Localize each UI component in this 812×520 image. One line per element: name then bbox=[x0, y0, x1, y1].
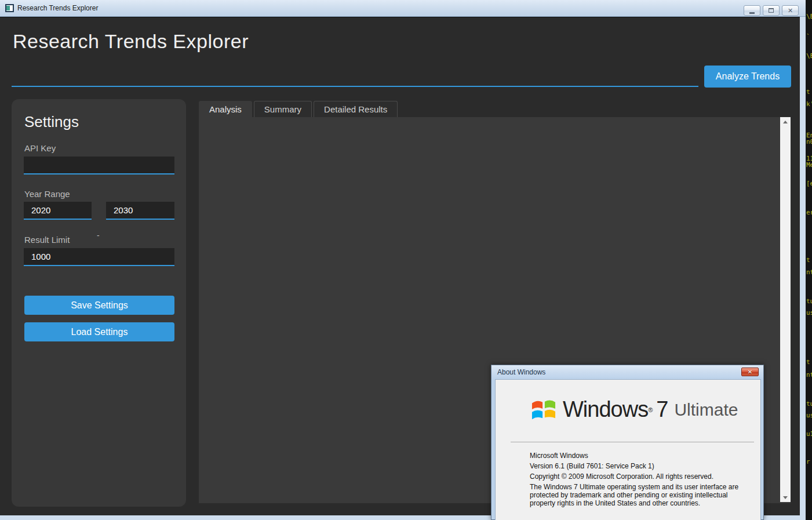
year-range-separator: - bbox=[97, 231, 100, 240]
console-text-fragment: Me bbox=[806, 161, 812, 169]
windows-flag-icon bbox=[530, 398, 557, 422]
dialog-title: About Windows bbox=[497, 368, 545, 376]
save-settings-button[interactable]: Save Settings bbox=[24, 296, 174, 315]
analyze-trends-button[interactable]: Analyze Trends bbox=[704, 66, 791, 88]
close-button[interactable]: ✕ bbox=[782, 5, 799, 16]
year-range-label: Year Range bbox=[24, 189, 70, 199]
minimize-button[interactable] bbox=[744, 5, 760, 16]
close-icon: ✕ bbox=[788, 8, 793, 14]
dialog-divider bbox=[511, 442, 754, 442]
year-from-input[interactable] bbox=[24, 202, 92, 220]
console-text-fragment: \E bbox=[806, 13, 812, 20]
console-text-fragment: t bbox=[806, 358, 810, 366]
background-terminal-window: \E`\Etk'Enn011Me[eertnttuustnttuusu1r bbox=[806, 0, 812, 520]
scroll-down-button[interactable] bbox=[780, 493, 791, 502]
app-icon bbox=[5, 4, 14, 12]
result-limit-input[interactable] bbox=[24, 248, 174, 266]
console-text-fragment: n0 bbox=[806, 138, 812, 146]
window-title: Research Trends Explorer bbox=[17, 4, 98, 12]
about-windows-dialog: About Windows ✕ Windows® 7 Ultimate Micr… bbox=[491, 365, 764, 520]
tab-analysis[interactable]: Analysis bbox=[199, 101, 252, 117]
console-text-fragment: t bbox=[806, 256, 810, 264]
scroll-up-button[interactable] bbox=[780, 117, 791, 126]
console-text-fragment: ` bbox=[806, 33, 810, 41]
window-titlebar[interactable]: Research Trends Explorer ✕ bbox=[0, 0, 806, 17]
load-settings-button[interactable]: Load Settings bbox=[24, 322, 174, 341]
windows-edition: Ultimate bbox=[674, 400, 738, 420]
windows-wordmark: Windows bbox=[563, 397, 648, 422]
windows-version-number: 7 bbox=[656, 397, 668, 422]
vertical-scrollbar[interactable] bbox=[780, 117, 791, 502]
about-paragraph-legal: The Windows 7 Ultimate operating system … bbox=[530, 483, 741, 507]
dialog-titlebar[interactable]: About Windows bbox=[491, 365, 763, 379]
registered-mark: ® bbox=[648, 406, 653, 413]
console-text-fragment: k' bbox=[806, 100, 812, 108]
dialog-content: Windows® 7 Ultimate Microsoft Windows Ve… bbox=[495, 379, 761, 520]
maximize-button[interactable] bbox=[763, 5, 780, 16]
about-line-version: Version 6.1 (Build 7601: Service Pack 1) bbox=[530, 462, 741, 470]
console-text-fragment: us bbox=[806, 412, 812, 419]
about-line-copyright: Copyright © 2009 Microsoft Corporation. … bbox=[530, 472, 741, 481]
console-text-fragment: [e bbox=[806, 180, 812, 187]
year-to-input[interactable] bbox=[106, 202, 174, 220]
console-text-fragment: us bbox=[806, 309, 812, 317]
tab-summary[interactable]: Summary bbox=[254, 101, 312, 117]
dialog-close-button[interactable]: ✕ bbox=[741, 368, 759, 376]
scroll-down-icon bbox=[783, 496, 788, 499]
console-text-fragment: r bbox=[806, 458, 810, 466]
tab-detailed-results[interactable]: Detailed Results bbox=[314, 101, 398, 117]
console-text-fragment: u1 bbox=[806, 430, 812, 438]
api-key-input[interactable] bbox=[24, 157, 174, 174]
result-limit-label: Result Limit bbox=[24, 235, 70, 245]
page-title: Research Trends Explorer bbox=[13, 30, 249, 53]
dialog-close-icon: ✕ bbox=[748, 369, 752, 375]
tab-strip: Analysis Summary Detailed Results bbox=[199, 101, 399, 117]
search-input[interactable] bbox=[12, 68, 698, 87]
settings-panel: Settings API Key Year Range - Result Lim… bbox=[12, 99, 186, 507]
console-text-fragment: nt bbox=[806, 371, 812, 379]
settings-title: Settings bbox=[24, 113, 79, 131]
api-key-label: API Key bbox=[24, 143, 56, 153]
window-controls: ✕ bbox=[744, 5, 799, 16]
console-text-fragment: tu bbox=[806, 297, 812, 305]
about-line-product: Microsoft Windows bbox=[530, 452, 741, 460]
console-text-fragment: t bbox=[806, 88, 810, 96]
windows-logo-row: Windows® 7 Ultimate bbox=[530, 397, 738, 422]
maximize-icon bbox=[769, 8, 774, 13]
console-text-fragment: er bbox=[806, 209, 812, 216]
window-right-border bbox=[800, 17, 806, 520]
about-text-block: Microsoft Windows Version 6.1 (Build 760… bbox=[530, 452, 741, 507]
console-text-fragment: tu bbox=[806, 400, 812, 408]
minimize-icon bbox=[749, 12, 755, 14]
console-text-fragment: \E bbox=[806, 52, 812, 60]
console-text-fragment: nt bbox=[806, 268, 812, 276]
scroll-up-icon bbox=[783, 121, 788, 123]
